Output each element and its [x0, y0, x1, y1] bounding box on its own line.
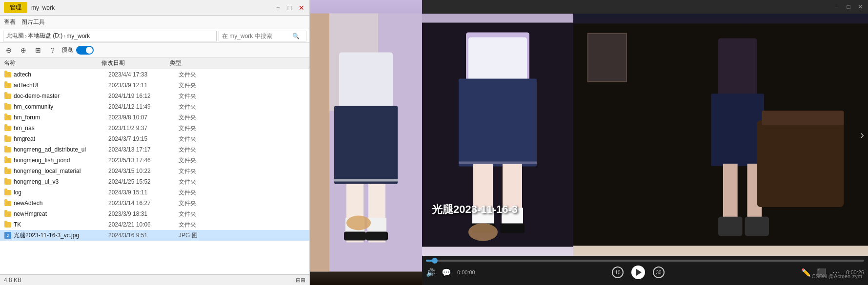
folder-icon [4, 167, 12, 175]
list-item[interactable]: newHmgreat2023/3/9 18:31文件夹 [0, 209, 309, 219]
video-controls: 🔊 💬 0:00:00 10 30 [422, 256, 868, 285]
folder-icon [4, 92, 12, 100]
file-type-label: 文件夹 [179, 71, 218, 79]
list-item[interactable]: newAdtech2023/3/14 16:27文件夹 [0, 198, 309, 209]
col-header-name[interactable]: 名称 [4, 59, 101, 67]
svg-rect-35 [588, 34, 626, 82]
video-right-frame [573, 14, 868, 256]
list-item[interactable]: TK2024/2/21 10:06文件夹 [0, 219, 309, 230]
video-minimize-button[interactable]: － [833, 3, 841, 11]
file-type-label: 文件夹 [179, 135, 218, 143]
list-item[interactable]: adTechUI2023/3/9 12:11文件夹 [0, 80, 309, 91]
file-name-label: hongmeng_ui_v3 [14, 178, 106, 185]
list-item[interactable]: J光腿2023-11-16-3_vc.jpg2024/3/16 9:51JPG … [0, 230, 309, 241]
progress-bar[interactable] [426, 260, 864, 262]
window-title: my_work [31, 4, 55, 11]
breadcrumb-folder: my_work [66, 33, 90, 39]
col-header-type[interactable]: 类型 [170, 59, 209, 67]
skip-back-button[interactable]: 10 [612, 266, 624, 278]
file-name-label: hm_forum [14, 114, 106, 121]
next-arrow-icon[interactable]: › [860, 128, 864, 142]
subtitle-icon[interactable]: 💬 [442, 268, 451, 277]
folder-icon [4, 71, 12, 78]
file-name-label: 光腿2023-11-16-3_vc.jpg [14, 231, 106, 240]
svg-rect-31 [718, 217, 743, 236]
svg-rect-11 [366, 232, 388, 241]
title-bar: 管理 my_work － □ ✕ [0, 0, 309, 16]
skip-back-icon: 10 [612, 266, 624, 278]
maximize-button[interactable]: □ [286, 4, 294, 12]
search-input[interactable] [222, 33, 290, 39]
svg-rect-9 [367, 218, 386, 233]
zoom-out-icon[interactable]: ⊖ [3, 44, 15, 56]
file-name-label: hm_nas [14, 125, 106, 132]
file-name-label: hm_community [14, 103, 106, 110]
video-maximize-button[interactable]: □ [845, 3, 852, 11]
svg-rect-5 [334, 179, 398, 182]
file-type-label: 文件夹 [179, 103, 218, 111]
list-item[interactable]: hongmeng_fish_pond2023/5/13 17:46文件夹 [0, 155, 309, 166]
file-date-label: 2023/3/14 16:27 [108, 200, 177, 207]
play-button[interactable] [631, 266, 645, 279]
list-item[interactable]: hm_nas2023/11/2 9:37文件夹 [0, 123, 309, 133]
file-list: adtech2023/4/4 17:33文件夹adTechUI2023/3/9 … [0, 69, 309, 274]
search-box[interactable]: 🔍 [219, 31, 306, 41]
folder-icon [4, 221, 12, 228]
list-item[interactable]: adtech2023/4/4 17:33文件夹 [0, 69, 309, 80]
svg-point-12 [346, 216, 371, 230]
skip-forward-label: 30 [656, 270, 661, 275]
edit-icon[interactable]: ✏️ [801, 268, 811, 277]
file-name-label: doc-demo-master [14, 93, 106, 99]
skip-forward-button[interactable]: 30 [653, 266, 665, 278]
view-menu[interactable]: 查看 [4, 18, 16, 26]
zoom-in-icon[interactable]: ⊕ [18, 44, 29, 56]
list-item[interactable]: hongmeng_ad_distribute_ui2024/3/13 17:17… [0, 144, 309, 155]
manage-tab[interactable]: 管理 [4, 2, 27, 13]
progress-thumb[interactable] [432, 258, 438, 264]
file-type-label: 文件夹 [179, 156, 218, 165]
file-date-label: 2023/4/4 17:33 [108, 71, 177, 78]
list-item[interactable]: doc-demo-master2024/1/19 16:12文件夹 [0, 91, 309, 101]
jpg-icon: J [4, 231, 12, 239]
file-date-label: 2023/3/9 12:11 [108, 82, 177, 89]
list-item[interactable]: hongmeng_ui_v32024/1/25 15:52文件夹 [0, 176, 309, 187]
controls-right: ✏️ ⬛ ⋯ 0:00:26 CSDN @Acmen-zym [801, 268, 864, 277]
address-bar: 此电脑 › 本地磁盘 (D:) › my_work 🔍 [0, 29, 309, 43]
minimize-button[interactable]: － [274, 4, 282, 12]
breadcrumb[interactable]: 此电脑 › 本地磁盘 (D:) › my_work [3, 31, 217, 41]
preview-toggle[interactable] [76, 46, 94, 55]
file-size: 4.8 KB [4, 277, 21, 284]
video-left-frame [422, 14, 573, 256]
list-item[interactable]: hongmeng_local_material2024/3/15 10:22文件… [0, 166, 309, 176]
video-title-overlay: 光腿2023-11-16-3 [432, 202, 518, 217]
svg-rect-32 [745, 217, 769, 236]
breadcrumb-sep2: › [63, 33, 65, 39]
view-toggle-icons[interactable]: ⊟⊞ [296, 277, 305, 284]
file-date-label: 2024/2/21 10:06 [108, 221, 177, 228]
list-item[interactable]: hm_community2024/1/12 11:49文件夹 [0, 101, 309, 112]
folder-icon [4, 114, 12, 121]
svg-rect-28 [711, 94, 764, 166]
video-player: － □ ✕ [422, 0, 868, 285]
photo-tools-menu[interactable]: 图片工具 [21, 18, 45, 26]
help-icon[interactable]: ? [47, 44, 59, 56]
close-button[interactable]: ✕ [298, 4, 305, 12]
controls-left: 🔊 💬 0:00:00 [426, 268, 475, 277]
svg-rect-27 [718, 38, 757, 96]
video-content: 光腿2023-11-16-3 快避坑 [422, 14, 868, 256]
folder-icon [4, 124, 12, 132]
file-date-label: 2024/3/13 17:17 [108, 146, 177, 153]
svg-rect-33 [757, 120, 844, 207]
col-header-date[interactable]: 修改日期 [101, 59, 170, 67]
list-item[interactable]: hmgreat2024/3/7 19:15文件夹 [0, 133, 309, 144]
volume-icon[interactable]: 🔊 [426, 268, 436, 277]
file-type-label: 文件夹 [179, 81, 218, 90]
view-options-icon[interactable]: ⊞ [32, 44, 44, 56]
file-type-label: 文件夹 [179, 114, 218, 122]
video-close-button[interactable]: ✕ [856, 3, 864, 11]
svg-rect-4 [334, 106, 398, 184]
list-item[interactable]: hm_forum2023/9/8 10:07文件夹 [0, 112, 309, 123]
menu-toolbar: 查看 图片工具 [0, 16, 309, 29]
list-item[interactable]: log2024/3/9 15:11文件夹 [0, 187, 309, 198]
svg-rect-17 [459, 162, 537, 164]
